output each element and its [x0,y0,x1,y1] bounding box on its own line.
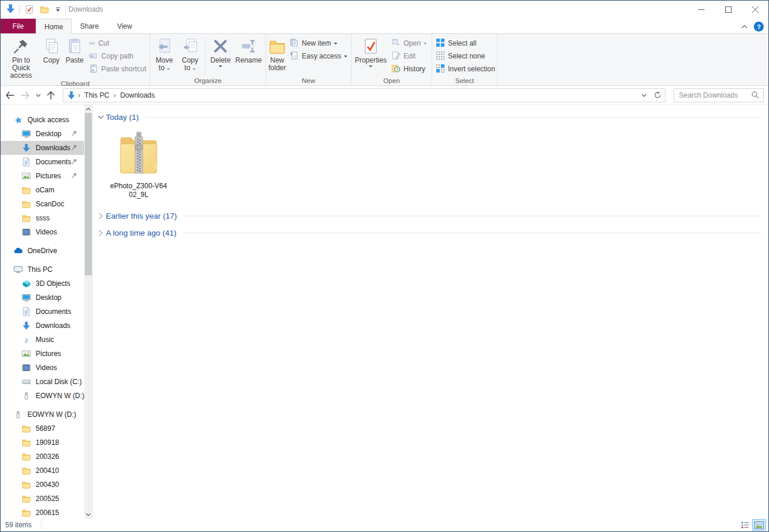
folder-icon [22,185,31,195]
breadcrumb-downloads[interactable]: Downloads [116,91,158,99]
copy-path-icon: W... [89,51,98,62]
sidebar-item-downloads[interactable]: Downloads [1,141,85,155]
history-button[interactable]: History [389,63,429,75]
tab-share[interactable]: Share [72,19,107,33]
search-input[interactable] [674,91,750,99]
sidebar-item-190918[interactable]: 190918 [1,436,85,450]
minimize-button[interactable] [688,1,715,18]
select-all-button[interactable]: Select all [433,37,498,50]
sidebar-item-ssss[interactable]: ssss [1,211,85,225]
sidebar-item-200410[interactable]: 200410 [1,464,85,478]
address-box[interactable]: › This PC › Downloads [63,88,665,102]
chevron-down-icon [192,68,196,70]
breadcrumb-this-pc[interactable]: This PC [81,91,113,99]
properties-quick-button[interactable] [23,3,35,16]
sidebar-item-eowyn-drive[interactable]: EOWYN W (D:) [1,389,85,403]
back-button[interactable] [3,88,17,102]
tab-home[interactable]: Home [36,19,72,34]
sidebar-item-documents[interactable]: Documents [1,155,85,169]
maximize-button[interactable] [715,1,742,18]
sidebar-item-this-pc[interactable]: This PC [1,262,85,277]
chevron-down-icon [344,56,347,57]
sidebar-item-pictures[interactable]: Pictures [1,169,85,183]
scissors-icon: ✂ [89,39,95,48]
sidebar-item-200326[interactable]: 200326 [1,450,85,464]
svg-text:W...: W... [91,54,96,57]
open-button[interactable]: Open [389,37,429,50]
paste-button[interactable]: Paste [63,35,87,64]
copy-to-button[interactable]: Copy to [177,35,203,72]
new-folder-button[interactable]: New folder [267,35,287,72]
easy-access-button[interactable]: Easy access [287,50,350,63]
folder-icon [22,494,31,503]
rename-button[interactable]: Rename [234,35,263,64]
close-button[interactable] [742,1,768,18]
sidebar-item-pc-downloads[interactable]: Downloads [1,319,85,333]
sidebar-item-pc-documents[interactable]: Documents [1,305,85,319]
new-item-button[interactable]: New item [287,37,350,50]
scroll-up-icon[interactable] [84,105,92,113]
sidebar-item-quick-access[interactable]: Quick access [1,113,85,127]
pin-to-quick-access-button[interactable]: Pin to Quick access [2,35,40,80]
sidebar-item-3d-objects[interactable]: 3D Objects [1,277,85,291]
details-view-button[interactable] [738,519,752,531]
sidebar-item-56897[interactable]: 56897 [1,422,85,436]
open-group-label: Open [353,77,430,85]
group-header-a-long-time-ago[interactable]: A long time ago (41) [96,228,764,237]
customize-qat-button[interactable] [54,8,62,12]
tab-file[interactable]: File [1,19,36,33]
edit-button[interactable]: Edit [389,50,429,63]
chevron-right-icon[interactable] [96,230,105,236]
help-button[interactable]: ? [754,22,764,32]
file-tile-ephoto-zip[interactable]: ePhoto_Z300-V6402_9L [105,131,173,199]
new-folder-quick-button[interactable] [39,3,50,16]
group-header-earlier-this-year[interactable]: Earlier this year (17) [96,211,764,220]
sidebar-scrollbar[interactable] [84,105,92,519]
move-to-button[interactable]: Move to [151,35,177,72]
sidebar-item-ocam[interactable]: oCam [1,183,85,197]
desktop-icon [22,293,31,302]
invert-selection-button[interactable]: Invert selection [433,63,498,75]
cut-button[interactable]: ✂ Cut [87,37,149,50]
sidebar-item-200525[interactable]: 200525 [1,492,85,506]
sidebar-item-local-disk-c[interactable]: Local Disk (C:) [1,375,85,389]
paste-shortcut-button[interactable]: Paste shortcut [87,63,149,75]
sidebar-item-200615[interactable]: 200615 [1,506,85,519]
sidebar-item-pc-videos[interactable]: Videos [1,361,85,375]
copy-icon [43,36,60,56]
sidebar-item-desktop[interactable]: Desktop [1,127,85,141]
sidebar-item-onedrive[interactable]: OneDrive [1,244,85,258]
sidebar-item-scandoc[interactable]: ScanDoc [1,197,85,211]
scroll-down-icon[interactable] [84,510,92,519]
ribbon-group-clipboard: Pin to Quick access Copy Paste ✂ [1,34,150,85]
folder-icon [22,438,31,447]
sidebar-item-videos[interactable]: Videos [1,225,85,239]
chevron-right-icon[interactable] [96,213,105,219]
address-dropdown-button[interactable] [638,88,650,102]
folder-icon [22,508,31,517]
copy-path-button[interactable]: W... Copy path [87,50,149,63]
collapse-ribbon-button[interactable] [741,23,748,31]
forward-button[interactable] [18,88,32,102]
sidebar-item-pc-pictures[interactable]: Pictures [1,347,85,361]
view-toggle-buttons [738,519,766,531]
refresh-button[interactable] [651,88,664,102]
scrollbar-thumb[interactable] [85,113,92,275]
delete-button[interactable]: Delete [207,35,234,67]
sidebar-item-200430[interactable]: 200430 [1,478,85,492]
ribbon-group-select: Select all Select none Invert selection [432,34,498,85]
properties-button[interactable]: Properties [353,35,389,67]
search-icon[interactable] [750,91,763,99]
large-icons-view-button[interactable] [752,519,766,531]
group-header-today[interactable]: Today (1) [96,112,764,122]
sidebar-item-eowyn-root[interactable]: EOWYN W (D:) [1,407,85,422]
up-button[interactable] [44,88,58,102]
select-none-button[interactable]: Select none [433,50,498,63]
sidebar-item-music[interactable]: ♪ Music [1,333,85,347]
open-label: Open [404,39,420,47]
chevron-down-icon[interactable] [96,115,105,119]
recent-locations-button[interactable] [33,88,43,102]
copy-button[interactable]: Copy [40,35,63,64]
tab-view[interactable]: View [107,19,142,33]
sidebar-item-pc-desktop[interactable]: Desktop [1,291,85,305]
